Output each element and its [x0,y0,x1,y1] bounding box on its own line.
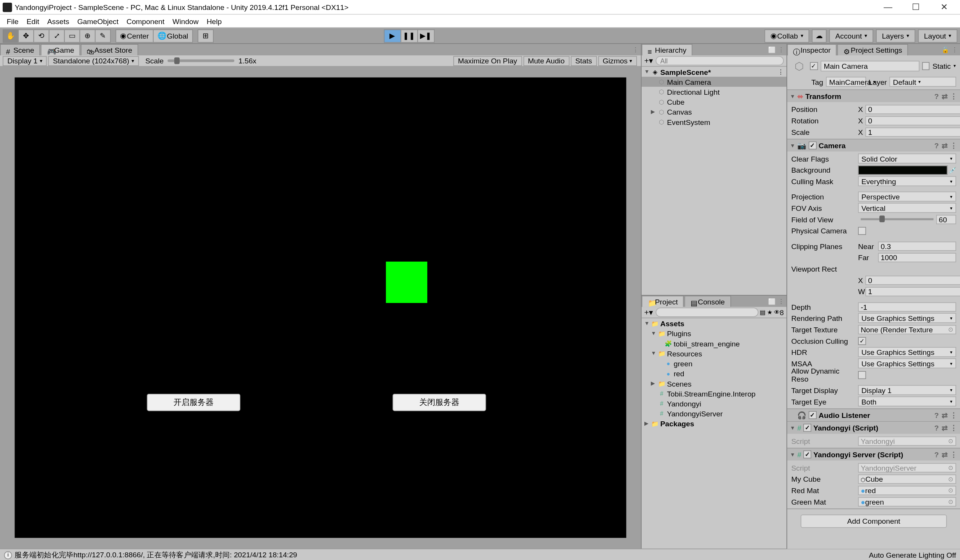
menu-file[interactable]: File [3,16,23,26]
mute-audio-button[interactable]: Mute Audio [523,56,569,66]
menu-icon[interactable]: ⋮ [950,411,957,419]
hierarchy-menu-icon[interactable]: ⋮ [777,46,785,54]
target-texture-field[interactable]: None (Render Texture⊙ [858,325,956,334]
custom-tool-button[interactable]: ✎ [95,29,111,42]
occlusion-culling-checkbox[interactable]: ✓ [858,337,866,345]
yandongyi-enabled-checkbox[interactable]: ✓ [803,424,811,432]
culling-mask-dropdown[interactable]: Everything [858,176,956,186]
viewport-x-input[interactable] [865,275,960,285]
project-packages-row[interactable]: ▶📁Packages [642,418,786,428]
move-tool-button[interactable]: ✥ [18,29,34,42]
yandongyi-script-field[interactable]: Yandongyi⊙ [858,436,956,445]
hierarchy-item-cube[interactable]: ⬡Cube [642,97,786,107]
tab-scene[interactable]: #Scene [0,44,40,55]
clear-flags-dropdown[interactable]: Solid Color [858,154,956,163]
green-mat-field[interactable]: ●green⊙ [858,497,956,506]
hand-tool-button[interactable]: ✋ [3,29,19,42]
background-color-field[interactable] [858,165,947,174]
target-eye-dropdown[interactable]: Both [858,397,956,406]
camera-enabled-checkbox[interactable]: ✓ [809,141,817,149]
transform-tool-button[interactable]: ⊕ [79,29,96,42]
fov-axis-dropdown[interactable]: Vertical [858,203,956,213]
projection-dropdown[interactable]: Perspective [858,191,956,201]
hierarchy-create-button[interactable]: +▾ [644,56,653,65]
inspector-lock-icon[interactable]: 🔓 [941,46,949,54]
audio-listener-header[interactable]: ▼🎧 ✓ Audio Listener ?⇄⋮ [787,409,960,421]
pos-x-input[interactable] [865,104,960,113]
hierarchy-item-canvas[interactable]: ▶⬡Canvas [642,107,786,117]
rendering-path-dropdown[interactable]: Use Graphics Settings [858,313,956,323]
gameobject-name-input[interactable] [820,61,919,71]
project-menu-icon[interactable]: ⋮ [777,297,785,305]
rot-x-input[interactable] [865,116,960,125]
layout-dropdown[interactable]: Layout▾ [918,29,957,42]
scale-tool-button[interactable]: ⤢ [49,29,65,42]
start-server-button[interactable]: 开启服务器 [147,394,240,411]
dynamic-resolution-checkbox[interactable] [858,371,866,379]
yandongyi-header[interactable]: ▼# ✓ Yandongyi (Script) ?⇄⋮ [787,422,960,434]
menu-gameobject[interactable]: GameObject [73,16,123,26]
help-icon[interactable]: ? [934,92,939,100]
cloud-button[interactable]: ☁ [812,29,827,42]
physical-camera-checkbox[interactable] [858,227,866,235]
pivot-rotation-button[interactable]: 🌐Global [153,29,193,42]
tab-menu-icon[interactable]: ⋮ [632,46,640,54]
eyedropper-icon[interactable]: 💉 [949,167,956,173]
project-scenes-row[interactable]: ▶📁Scenes [642,379,786,388]
rotate-tool-button[interactable]: ⟲ [33,29,49,42]
hierarchy-item-eventsystem[interactable]: ⬡EventSystem [642,117,786,127]
maximize-button[interactable]: ☐ [906,1,925,13]
inspector-menu-icon[interactable]: ⋮ [951,46,959,54]
project-plugins-row[interactable]: ▼📁Plugins [642,329,786,338]
add-component-button[interactable]: Add Component [801,515,947,528]
transform-header[interactable]: ▼⬌ Transform ?⇄⋮ [787,90,960,102]
project-filter-icon[interactable]: ▤ [760,309,766,316]
fov-input[interactable] [936,215,956,224]
tab-game[interactable]: 🎮Game [41,44,80,55]
menu-icon[interactable]: ⋮ [950,92,957,100]
preset-icon[interactable]: ⇄ [941,450,947,459]
aspect-dropdown[interactable]: Standalone (1024x768) [48,56,139,66]
menu-icon[interactable]: ⋮ [950,423,957,432]
fov-slider[interactable] [861,218,933,220]
close-button[interactable]: ✕ [935,1,954,13]
stats-button[interactable]: Stats [571,56,597,66]
project-interop-row[interactable]: #Tobii.StreamEngine.Interop [642,388,786,398]
server-script-field[interactable]: YandongyiServer⊙ [858,463,956,472]
project-yandongyi-row[interactable]: #Yandongyi [642,398,786,408]
tab-inspector[interactable]: ⓘInspector [787,44,837,55]
yandongyi-server-header[interactable]: ▼# ✓ Yandongyi Server (Script) ?⇄⋮ [787,448,960,460]
pivot-mode-button[interactable]: ◉Center [115,29,154,42]
far-plane-input[interactable] [878,252,956,262]
project-tobii-row[interactable]: 🧩tobii_stream_engine [642,338,786,348]
yandongyi-server-enabled-checkbox[interactable]: ✓ [803,450,811,458]
hierarchy-item-main-camera[interactable]: ⬡Main Camera [642,77,786,87]
menu-help[interactable]: Help [203,16,225,26]
step-button[interactable]: ▶❚ [417,29,434,42]
scale-slider[interactable] [168,59,235,62]
rect-tool-button[interactable]: ▭ [64,29,80,42]
tab-asset-store[interactable]: 🛍Asset Store [81,44,138,55]
project-hidden-icon[interactable]: 👁 [774,309,780,316]
play-button[interactable]: ▶ [384,29,401,42]
menu-icon[interactable]: ⋮ [950,141,957,150]
project-yandongyi-server-row[interactable]: #YandongyiServer [642,408,786,418]
layer-dropdown[interactable]: Default [889,77,956,87]
static-checkbox[interactable] [922,62,930,70]
menu-assets[interactable]: Assets [43,16,73,26]
game-canvas[interactable]: 开启服务器 关闭服务器 [15,78,626,538]
scale-x-input[interactable] [865,127,960,136]
target-display-dropdown[interactable]: Display 1 [858,385,956,395]
hdr-dropdown[interactable]: Use Graphics Settings [858,347,956,357]
help-icon[interactable]: ? [934,141,939,150]
menu-edit[interactable]: Edit [23,16,43,26]
display-dropdown[interactable]: Display 1 [3,56,47,66]
red-mat-field[interactable]: ●red⊙ [858,486,956,495]
project-red-mat-row[interactable]: ●red [642,368,786,378]
project-resources-row[interactable]: ▼📁Resources [642,348,786,358]
hierarchy-search-input[interactable] [656,56,784,65]
menu-component[interactable]: Component [123,16,169,26]
snap-button[interactable]: ⊞ [198,29,214,42]
project-green-mat-row[interactable]: ●green [642,358,786,368]
help-icon[interactable]: ? [934,450,939,459]
